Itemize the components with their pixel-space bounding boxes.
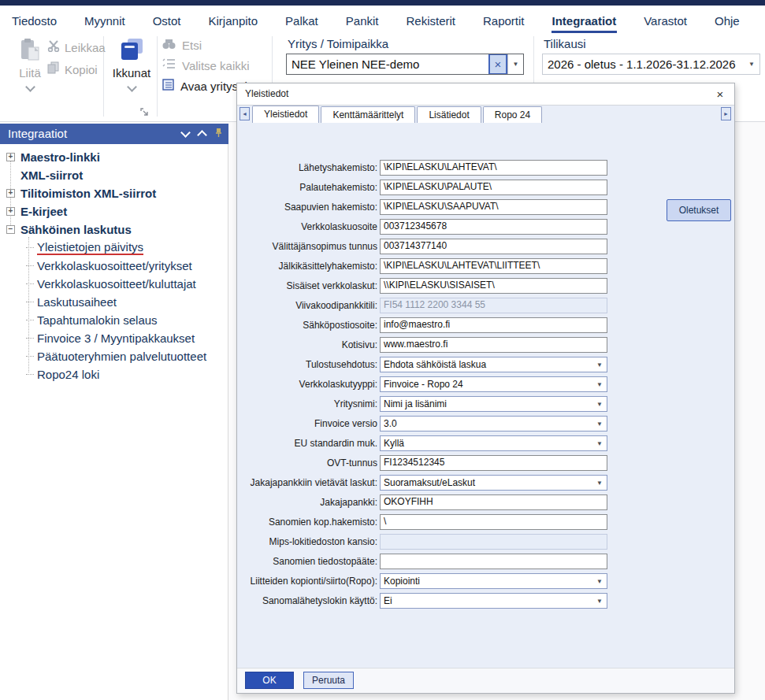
field-input[interactable]: www.maestro.fi [380,337,607,353]
close-icon[interactable]: × [712,86,728,102]
field-input[interactable]: 003712345678 [380,219,607,235]
sidebar-item[interactable]: −Sähköinen laskutus [0,220,228,239]
field-control: OKOYFIHH [380,494,607,510]
company-combo[interactable]: NEE Yleinen NEE-demo × ▼ [286,54,524,75]
field-select[interactable]: Kyllä▼ [380,435,607,451]
dialog-footer: OK Peruuta [237,668,734,693]
sidebar-item[interactable]: Finvoice 3 / Myyntipakkaukset [0,329,228,347]
tab-scroll-right-icon[interactable]: ► [721,107,731,120]
sidebar-item[interactable]: Päätuoteryhmien palvelutuotteet [0,347,228,365]
field-row: Jälkikäsittelyhakemisto:\KIPI\ELASKU\LAH… [237,258,734,274]
field-input[interactable]: FI1234512345 [380,455,607,471]
cut-button[interactable]: Leikkaa [47,39,106,55]
chevron-down-icon: ▼ [748,61,759,68]
field-input[interactable]: info@maestro.fi [380,317,607,333]
field-input[interactable]: \KIPI\ELASKU\LAHTEVAT\ [380,160,607,176]
sidebar-item[interactable]: XML-siirrot [0,166,228,184]
menu-item-rekisterit[interactable]: Rekisterit [405,9,456,33]
field-input[interactable]: \ [380,514,607,530]
field-label: Mips-lokitiedoston kansio: [237,534,377,550]
tab-kenttämäärittelyt[interactable]: Kenttämäärittelyt [321,106,415,123]
collapse-icon[interactable]: − [6,225,15,234]
copy-label: Kopioi [65,63,98,76]
field-select[interactable]: Ehdota sähköistä laskua▼ [380,357,607,372]
field-input[interactable] [380,554,607,569]
company-combo-dropdown[interactable]: ▼ [507,54,523,74]
sidebar-item[interactable]: Verkkolaskuosoitteet/yritykset [0,257,228,275]
field-select[interactable]: Kopiointi▼ [380,573,607,589]
chevron-down-icon: ▼ [596,361,607,369]
clipboard-icon [18,38,42,66]
chevron-down-icon [25,82,35,92]
menu-item-pankit[interactable]: Pankit [345,9,380,33]
menu-item-myynnit[interactable]: Myynnit [84,9,126,33]
dialog-launcher-icon[interactable] [140,106,149,120]
field-select[interactable]: Ei▼ [380,593,607,609]
field-control: \KIPI\ELASKU\LAHTEVAT\ [380,160,607,176]
chevron-down-icon [127,82,137,92]
sidebar-item[interactable]: Laskutusaiheet [0,293,228,311]
field-input [380,534,607,550]
fiscal-combo[interactable]: 2026 - oletus - 1.1.2026-31.12.2026 ▼ [542,54,760,75]
sidebar-item[interactable]: +Maestro-linkki [0,148,228,166]
field-select[interactable]: Finvoice - Ropo 24▼ [380,376,607,392]
chevron-down-icon[interactable] [180,128,191,138]
field-row: EU standardin muk.Kyllä▼ [237,435,734,451]
field-select[interactable]: Nimi ja lisänimi▼ [380,396,607,412]
paste-button[interactable]: Liitä [11,38,49,94]
field-input[interactable]: \\KIPI\ELASKU\SISAISET\ [380,278,607,294]
find-button[interactable]: Etsi [162,38,202,53]
menu-item-tiedosto[interactable]: Tiedosto [11,9,58,33]
sidebar-item[interactable]: Yleistietojen päivitys [0,239,228,257]
field-row: Tulostusehdotus:Ehdota sähköistä laskua▼ [237,357,734,372]
field-input[interactable]: \KIPI\ELASKU\PALAUTE\ [380,180,607,195]
app-window: TiedostoMyynnitOstotKirjanpitoPalkatPank… [0,0,765,700]
sidebar-item[interactable]: +Tilitoimiston XML-siirrot [0,184,228,202]
sidebar-item-label: Finvoice 3 / Myyntipakkaukset [37,331,195,345]
field-row: Mips-lokitiedoston kansio: [237,534,734,550]
field-select[interactable]: Suoramaksut/eLaskut▼ [380,475,607,491]
field-control: 003712345678 [380,219,607,235]
menu-item-kirjanpito[interactable]: Kirjanpito [208,9,259,33]
ok-button[interactable]: OK [245,672,294,689]
tree-connector [26,265,34,266]
tab-yleistiedot[interactable]: Yleistiedot [252,106,319,123]
field-input[interactable]: 003714377140 [380,239,607,254]
field-input[interactable]: OKOYFIHH [380,494,607,510]
expand-icon[interactable]: + [6,153,15,161]
cancel-button[interactable]: Peruuta [303,672,354,689]
tab-ropo-24[interactable]: Ropo 24 [483,106,542,123]
sidebar-item[interactable]: Verkkolaskuosoitteet/kuluttajat [0,275,228,293]
menu-item-ohje[interactable]: Ohje [714,9,741,33]
tree-connector [26,338,34,339]
sidebar-item-label: E-kirjeet [20,205,67,218]
clear-icon[interactable]: × [488,54,507,74]
chevron-up-icon[interactable] [197,130,207,140]
field-input[interactable]: \KIPI\ELASKU\LAHTEVAT\LIITTEET\ [380,258,607,274]
tree-connector [26,356,34,357]
copy-button[interactable]: Kopioi [47,61,98,77]
expand-icon[interactable]: + [6,189,15,198]
sidebar-item[interactable]: Ropo24 loki [0,365,228,383]
menu-item-ostot[interactable]: Ostot [152,9,182,33]
field-row: Yritysnimi:Nimi ja lisänimi▼ [237,396,734,412]
sidebar-item[interactable]: +E-kirjeet [0,202,228,220]
field-row: Sanomien kop.hakemisto:\ [237,514,734,530]
field-select[interactable]: 3.0▼ [380,416,607,431]
pin-icon[interactable] [215,124,222,144]
sidebar-item[interactable]: Tapahtumalokin selaus [0,311,228,329]
menu-item-raportit[interactable]: Raportit [482,9,525,33]
field-input[interactable]: \KIPI\ELASKU\SAAPUVAT\ [380,199,607,215]
field-label: Sisäiset verkkolaskut: [237,278,377,294]
field-row: Välittäjänsopimus tunnus003714377140 [237,239,734,254]
menu-item-palkat[interactable]: Palkat [284,9,319,33]
expand-icon[interactable]: + [6,207,15,216]
select-all-button[interactable]: Valitse kaikki [162,58,250,72]
tab-lisätiedot[interactable]: Lisätiedot [417,106,481,123]
tab-scroll-left-icon[interactable]: ◄ [240,107,250,120]
menu-item-integraatiot[interactable]: Integraatiot [551,9,618,33]
copy-icon [47,61,60,77]
menu-item-varastot[interactable]: Varastot [643,9,688,33]
windows-button[interactable]: Ikkunat [109,38,154,94]
dialog-titlebar[interactable]: Yleistiedot × [237,83,734,106]
